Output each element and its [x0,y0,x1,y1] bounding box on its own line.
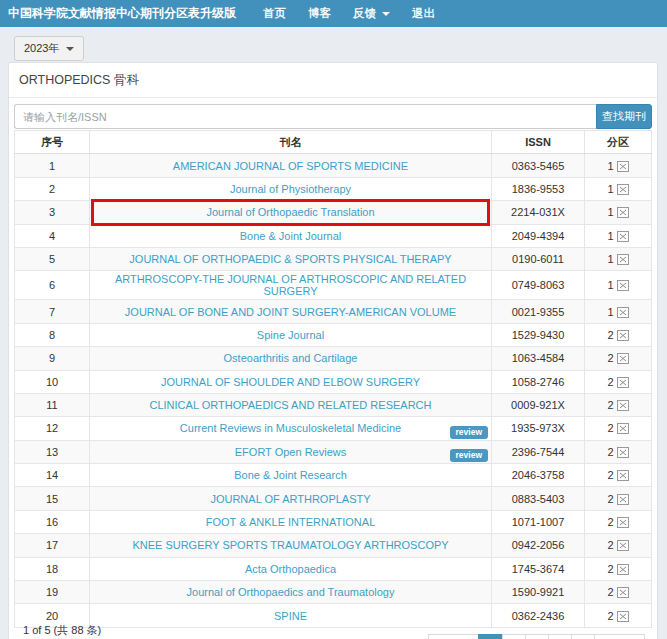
journal-table: 序号刊名ISSN分区 1AMERICAN JOURNAL OF SPORTS M… [14,130,652,628]
pagination-prev-link[interactable]: 上一页 [428,634,479,639]
broken-image-icon [617,423,629,434]
journal-name-cell: Osteoarthritis and Cartilage [90,347,492,370]
nav-link[interactable]: 博客 [299,0,340,27]
pagination-page-3: 3 [526,634,549,639]
nav-link[interactable]: 反馈 [344,0,399,27]
broken-image-icon [617,231,629,242]
zone-value: 2 [585,581,652,604]
pagination-page-2-link[interactable]: 2 [502,634,526,639]
nav-link[interactable]: 退出 [403,0,444,27]
broken-image-icon [617,254,629,265]
pagination-next-link[interactable]: 下一页 [594,634,645,639]
row-index: 19 [15,581,90,604]
journal-link[interactable]: Bone & Joint Research [234,469,347,481]
journal-table-body: 1AMERICAN JOURNAL OF SPORTS MEDICINE0363… [15,154,652,627]
issn-value: 1529-9430 [492,323,585,346]
journal-link[interactable]: SPINE [274,610,307,622]
journal-link[interactable]: Spine Journal [257,329,324,341]
screen: 中国科学院文献情报中心期刊分区表升级版 首页博客反馈退出 2023年 ORTHO… [0,0,667,639]
zone-value: 1 [585,224,652,247]
table-row: 8Spine Journal1529-94302 [15,323,652,346]
zone-value: 2 [585,323,652,346]
row-index: 8 [15,323,90,346]
broken-image-icon [617,540,629,551]
column-header: 刊名 [90,131,492,154]
row-index: 2 [15,177,90,200]
journal-name-cell: EFORT Open Reviewsreview [90,440,492,463]
journal-name-cell: FOOT & ANKLE INTERNATIONAL [90,510,492,533]
journal-link[interactable]: Journal of Orthopaedics and Traumatology [187,586,395,598]
table-row: 20SPINE0362-24362 [15,604,652,627]
issn-value: 2046-3758 [492,464,585,487]
nav-item-4: 退出 [403,0,444,27]
journal-name-cell: Journal of Physiotherapy [90,177,492,200]
year-dropdown[interactable]: 2023年 [14,36,84,61]
zone-value: 1 [585,300,652,323]
issn-value: 0190-6011 [492,247,585,270]
zone-value: 1 [585,154,652,177]
chevron-down-icon [382,12,390,16]
journal-link[interactable]: JOURNAL OF ORTHOPAEDIC & SPORTS PHYSICAL… [129,253,451,265]
row-index: 1 [15,154,90,177]
table-row: 14Bone & Joint Research2046-37582 [15,464,652,487]
journal-link[interactable]: Osteoarthritis and Cartilage [224,352,358,364]
journal-name-cell: AMERICAN JOURNAL OF SPORTS MEDICINE [90,154,492,177]
search-button[interactable]: 查找期刊 [596,104,652,129]
table-row: 4Bone & Joint Journal2049-43941 [15,224,652,247]
table-row: 2Journal of Physiotherapy1836-95531 [15,177,652,200]
journal-link[interactable]: Bone & Joint Journal [240,230,342,242]
pagination-page-1-link[interactable]: 1 [478,634,502,639]
issn-value: 2214-031X [492,201,585,224]
row-index: 17 [15,534,90,557]
journal-link[interactable]: JOURNAL OF BONE AND JOINT SURGERY-AMERIC… [125,306,456,318]
row-index: 18 [15,557,90,580]
zone-value: 2 [585,347,652,370]
row-index: 4 [15,224,90,247]
journal-link[interactable]: Journal of Orthopaedic Translation [206,206,374,218]
journal-link[interactable]: JOURNAL OF SHOULDER AND ELBOW SURGERY [161,376,420,388]
site-title[interactable]: 中国科学院文献情报中心期刊分区表升级版 [8,5,236,22]
review-badge: review [450,449,488,462]
column-header: 分区 [585,131,652,154]
table-row: 6ARTHROSCOPY-THE JOURNAL OF ARTHROSCOPIC… [15,271,652,300]
pagination-page-3-link[interactable]: 3 [525,634,549,639]
review-badge: review [450,426,488,439]
row-index: 12 [15,417,90,440]
journal-link[interactable]: CLINICAL ORTHOPAEDICS AND RELATED RESEAR… [150,399,432,411]
journal-link[interactable]: JOURNAL OF ARTHROPLASTY [210,493,370,505]
row-index: 5 [15,247,90,270]
issn-value: 1836-9553 [492,177,585,200]
broken-image-icon [617,587,629,598]
journal-link[interactable]: ARTHROSCOPY-THE JOURNAL OF ARTHROSCOPIC … [115,273,466,297]
journal-link[interactable]: Current Reviews in Musculoskeletal Medic… [180,422,401,434]
journal-name-cell: Acta Orthopaedica [90,557,492,580]
journal-panel: ORTHOPEDICS 骨科 查找期刊 序号刊名ISSN分区 1AMERICAN… [8,62,658,639]
journal-link[interactable]: Journal of Physiotherapy [230,183,351,195]
table-row: 10JOURNAL OF SHOULDER AND ELBOW SURGERY1… [15,370,652,393]
pagination-page-5-link[interactable]: 5 [571,634,595,639]
broken-image-icon [617,470,629,481]
year-toolbar: 2023年 [0,27,667,62]
journal-link[interactable]: KNEE SURGERY SPORTS TRAUMATOLOGY ARTHROS… [132,539,448,551]
journal-link[interactable]: AMERICAN JOURNAL OF SPORTS MEDICINE [173,160,408,172]
journal-link[interactable]: FOOT & ANKLE INTERNATIONAL [206,516,376,528]
table-row: 3Journal of Orthopaedic Translation2214-… [15,201,652,224]
journal-name-cell: ARTHROSCOPY-THE JOURNAL OF ARTHROSCOPIC … [90,271,492,300]
journal-name-cell: Bone & Joint Journal [90,224,492,247]
search-input[interactable] [14,104,596,129]
page-info: 1 of 5 (共 88 条) [9,614,101,638]
issn-value: 1935-973X [492,417,585,440]
column-header: ISSN [492,131,585,154]
issn-value: 0021-9355 [492,300,585,323]
pagination-prev: 上一页 [429,634,479,639]
journal-link[interactable]: EFORT Open Reviews [235,446,346,458]
journal-link[interactable]: Acta Orthopaedica [245,563,336,575]
pagination-page-4-link[interactable]: 4 [548,634,572,639]
journal-name-cell: JOURNAL OF ARTHROPLASTY [90,487,492,510]
row-index: 16 [15,510,90,533]
issn-value: 0009-921X [492,393,585,416]
table-row: 15JOURNAL OF ARTHROPLASTY0883-54032 [15,487,652,510]
nav-link[interactable]: 首页 [254,0,295,27]
table-header-row: 序号刊名ISSN分区 [15,131,652,154]
broken-image-icon [617,611,629,622]
